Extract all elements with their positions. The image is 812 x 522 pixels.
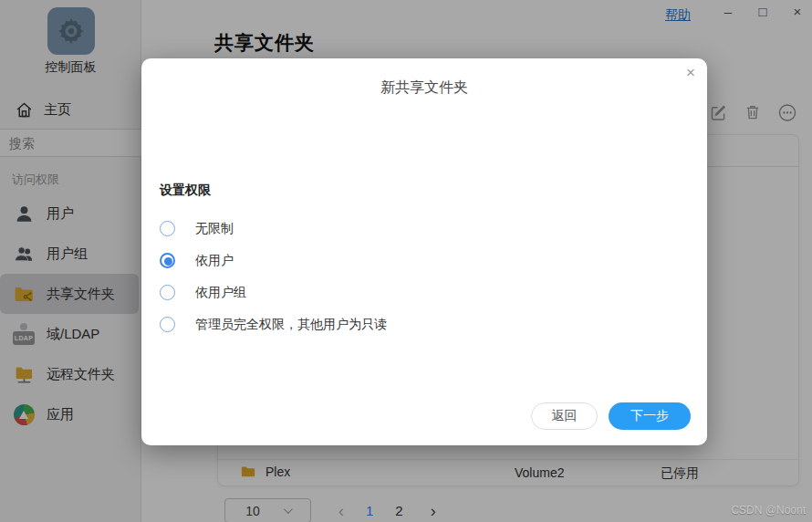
dialog-close-icon[interactable]: × <box>686 65 695 80</box>
back-button[interactable]: 返回 <box>531 402 598 430</box>
dialog-footer: 返回 下一步 <box>531 402 691 430</box>
radio-no-restriction[interactable]: 无限制 <box>160 213 387 245</box>
radio-by-user[interactable]: 依用户 <box>160 245 387 277</box>
dialog-title: 新共享文件夹 <box>141 58 707 98</box>
new-shared-folder-dialog: × 新共享文件夹 设置权限 无限制 依用户 依用户组 管理员完全权限，其他用户为… <box>141 58 707 445</box>
permission-options: 无限制 依用户 依用户组 管理员完全权限，其他用户为只读 <box>160 213 387 340</box>
radio-icon <box>160 317 175 332</box>
permissions-heading: 设置权限 <box>160 183 211 199</box>
radio-icon <box>160 253 175 268</box>
radio-icon <box>160 285 175 300</box>
radio-icon <box>160 221 175 236</box>
watermark: CSDN @Noont <box>731 504 806 517</box>
radio-by-group[interactable]: 依用户组 <box>160 277 387 308</box>
next-button[interactable]: 下一步 <box>609 402 691 430</box>
radio-admin-full[interactable]: 管理员完全权限，其他用户为只读 <box>160 308 387 340</box>
